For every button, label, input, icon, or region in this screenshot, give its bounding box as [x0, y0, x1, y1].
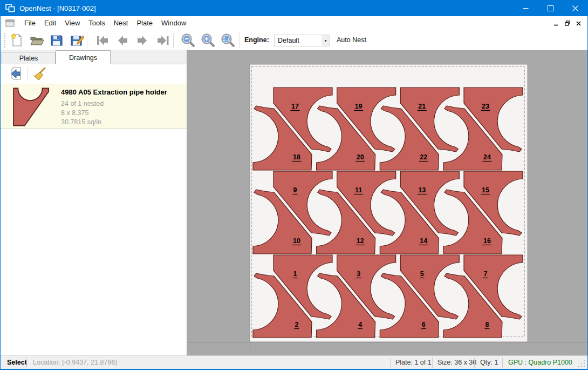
zoom-in-button[interactable]	[199, 32, 216, 49]
toolbar-separator	[173, 33, 174, 48]
status-bar: Select Location: [-0.9437, 21.8796] Plat…	[1, 355, 587, 369]
part-number-label: 11	[355, 186, 362, 194]
new-file-button[interactable]	[8, 32, 25, 49]
tab-drawings[interactable]: Drawings	[56, 50, 111, 64]
part-number-label: 17	[291, 103, 299, 110]
part-number-label: 4	[358, 321, 362, 328]
engine-select[interactable]: Default ▾	[274, 35, 330, 46]
last-plate-button[interactable]	[154, 32, 172, 49]
status-plate: Plate: 1 of 1	[395, 359, 432, 366]
statusbar-separator	[432, 358, 433, 368]
import-drawing-icon	[9, 66, 24, 82]
menu-bar: File Edit View Tools Nest Plate Window	[1, 16, 587, 30]
part-number-label: 5	[420, 270, 424, 278]
broom-icon	[32, 66, 47, 82]
part-number-label: 22	[420, 153, 427, 161]
toolbar-grip[interactable]	[4, 33, 5, 48]
drawing-list-item[interactable]: 4980 A05 Extraction pipe holder 24 of 1 …	[1, 84, 187, 129]
go-first-icon	[95, 34, 110, 47]
first-plate-button[interactable]	[94, 32, 111, 49]
import-drawing-button[interactable]	[8, 65, 25, 83]
part-number-label: 14	[420, 237, 427, 245]
save-as-icon	[70, 33, 84, 48]
part-number-label: 19	[355, 103, 363, 110]
clean-button[interactable]	[31, 65, 48, 83]
open-button[interactable]	[28, 32, 45, 49]
app-window: OpenNest - [N0317-002] File Edit View To…	[0, 0, 588, 370]
maximize-button[interactable]	[538, 0, 563, 16]
part-thumbnail	[11, 88, 51, 126]
engine-label: Engine:	[244, 36, 269, 44]
save-as-button[interactable]	[69, 32, 86, 49]
menu-file[interactable]: File	[20, 16, 40, 30]
save-button[interactable]	[48, 32, 65, 49]
part-number-label: 9	[293, 186, 297, 194]
child-close-icon	[576, 21, 581, 26]
part-number-label: 10	[293, 237, 300, 245]
part-number-label: 6	[422, 321, 426, 328]
part-number-label: 7	[484, 270, 488, 278]
menu-edit[interactable]: Edit	[40, 16, 60, 30]
status-mode: Select	[7, 359, 27, 366]
engine-value: Default	[275, 37, 322, 44]
nest-canvas[interactable]: 171819202122232491011121314151612345678	[187, 50, 588, 355]
part-number-label: 13	[418, 186, 426, 194]
drawing-title: 4980 A05 Extraction pipe holder	[61, 88, 167, 96]
zoom-fit-button[interactable]	[219, 32, 236, 49]
child-restore-icon	[565, 21, 570, 26]
part-number-label: 23	[482, 103, 489, 110]
child-close-button[interactable]	[573, 18, 584, 29]
part-shape	[13, 88, 49, 125]
close-icon	[572, 5, 578, 11]
next-plate-button[interactable]	[134, 32, 151, 49]
auto-nest-button[interactable]: Auto Nest	[337, 36, 366, 44]
go-last-icon	[156, 34, 170, 47]
part-number-label: 8	[486, 321, 489, 328]
part-number-label: 21	[418, 103, 426, 110]
part-number-label: 2	[295, 321, 299, 328]
tab-plates[interactable]: Plates	[2, 52, 56, 64]
nest-drawing: 171819202122232491011121314151612345678	[187, 50, 588, 355]
resize-grip[interactable]	[578, 360, 586, 368]
child-minimize-button[interactable]	[550, 18, 562, 29]
part-number-label: 3	[357, 270, 360, 278]
statusbar-separator	[474, 358, 475, 368]
maximize-icon	[548, 5, 553, 11]
zoom-out-icon	[181, 33, 195, 48]
statusbar-separator	[390, 358, 391, 368]
open-folder-icon	[30, 33, 44, 48]
menu-tools[interactable]: Tools	[84, 16, 109, 30]
status-size: Size: 36 x 36	[437, 359, 476, 366]
chevron-down-icon: ▾	[322, 35, 330, 46]
part-number-label: 15	[482, 186, 489, 194]
part-number-label: 24	[483, 153, 491, 161]
status-qty: Qty: 1	[480, 359, 498, 366]
go-next-icon	[135, 34, 149, 47]
menu-window[interactable]: Window	[157, 16, 190, 30]
new-file-icon	[10, 33, 24, 48]
document-window-icon	[5, 19, 15, 27]
left-panel: Plates Drawings 498	[1, 50, 187, 355]
statusbar-separator	[502, 358, 503, 368]
child-restore-button[interactable]	[562, 18, 573, 29]
toolbar-separator	[87, 33, 87, 48]
menu-view[interactable]: View	[60, 16, 84, 30]
close-button[interactable]	[563, 0, 587, 16]
child-minimize-icon	[553, 21, 558, 26]
save-icon	[50, 33, 64, 48]
status-location: Location: [-0.9437, 21.8796]	[33, 359, 117, 366]
zoom-out-button[interactable]	[179, 32, 196, 49]
window-title: OpenNest - [N0317-002]	[19, 4, 96, 12]
drawing-area: 30.7815 sq/in	[61, 118, 101, 126]
zoom-fit-icon	[221, 33, 235, 48]
part-number-label: 1	[293, 270, 297, 278]
minimize-button[interactable]	[513, 0, 538, 16]
statusbar-separator	[26, 358, 27, 368]
status-gpu: GPU : Quadro P1000	[508, 359, 572, 366]
menu-plate[interactable]: Plate	[132, 16, 157, 30]
zoom-in-icon	[201, 33, 215, 48]
part-number-label: 16	[483, 237, 491, 245]
previous-plate-button[interactable]	[114, 32, 131, 49]
app-logo-icon	[5, 4, 15, 12]
menu-nest[interactable]: Nest	[110, 16, 133, 30]
